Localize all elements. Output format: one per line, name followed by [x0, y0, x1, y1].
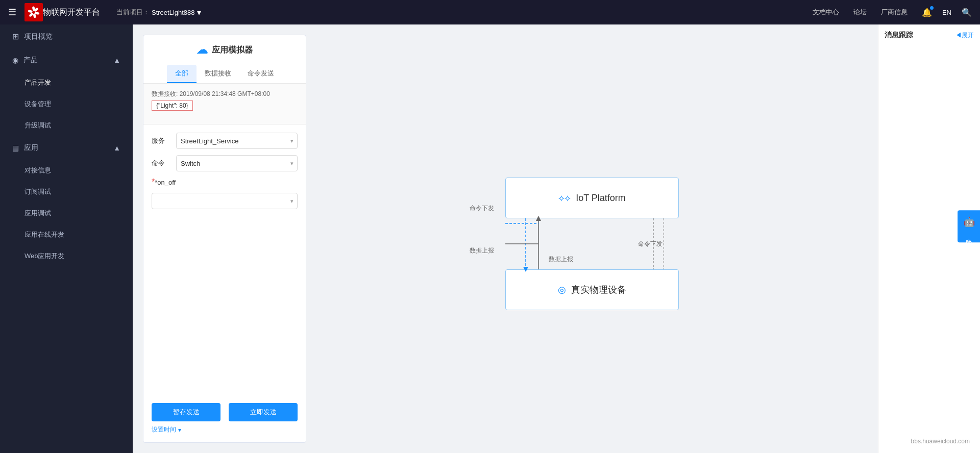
diagram-area: ⟡⟡ IoT Platform ◎ 真实物理设备 — [306, 24, 878, 453]
chevron-down-icon: ▾ — [178, 426, 181, 434]
sidebar-label-app: 应用 — [24, 143, 38, 153]
immediate-send-button[interactable]: 立即发送 — [229, 403, 298, 421]
trace-expand-button[interactable]: ◀展开 — [955, 31, 974, 40]
svg-rect-0 — [24, 3, 43, 21]
service-select[interactable]: StreetLight_Service — [176, 133, 298, 149]
command-label: 命令 — [152, 159, 172, 168]
top-nav: ☰ 物联网开发平台 当前项目： StreetLight888 ▾ 文档中心 论坛… — [0, 0, 980, 24]
project-name: StreetLight888 — [152, 9, 195, 16]
service-label: 服务 — [152, 136, 172, 145]
on-off-select[interactable] — [152, 193, 298, 209]
sidebar-item-web-app-dev[interactable]: Web应用开发 — [0, 245, 133, 267]
logo-text: 物联网开发平台 — [43, 7, 100, 18]
log-data-value: {"Light": 80} — [152, 100, 193, 111]
main-layout: ⊞ 项目概览 ◉ 产品 ▲ 产品开发 设备管理 升级调试 ▦ 应用 ▲ 对接信息… — [0, 24, 980, 453]
command-select-wrapper: Switch — [176, 155, 298, 171]
sidebar-item-connection-info[interactable]: 对接信息 — [0, 160, 133, 181]
sidebar-item-app-debug[interactable]: 应用调试 — [0, 203, 133, 224]
bell-icon[interactable]: 🔔 — [922, 8, 932, 17]
field-label: **on_off — [152, 178, 298, 187]
tab-all[interactable]: 全部 — [167, 65, 197, 83]
data-up-label-right: 数据上报 — [549, 255, 573, 264]
lang-switch[interactable]: EN — [942, 9, 951, 16]
sidebar: ⊞ 项目概览 ◉ 产品 ▲ 产品开发 设备管理 升级调试 ▦ 应用 ▲ 对接信息… — [0, 24, 133, 453]
nav-forum[interactable]: 论坛 — [853, 8, 867, 17]
nav-icons: 🔔 EN 🔍 — [922, 8, 972, 17]
sidebar-label-product: 产品 — [23, 56, 38, 65]
sidebar-label-web-app-dev: Web应用开发 — [24, 252, 65, 260]
command-select[interactable]: Switch — [176, 155, 298, 171]
sidebar-label-upgrade-debug: 升级调试 — [24, 121, 51, 129]
real-device-box: ◎ 真实物理设备 — [505, 269, 679, 310]
assistant-button[interactable]: 🤖 小助手 — [958, 210, 980, 242]
sidebar-item-device-mgmt[interactable]: 设备管理 — [0, 93, 133, 115]
logo-area: 物联网开发平台 — [24, 3, 100, 21]
simulator-log: 数据接收: 2019/09/08 21:34:48 GMT+08:00 {"Li… — [143, 84, 306, 124]
project-label: 当前项目： — [116, 8, 150, 17]
product-arrow-icon: ▲ — [113, 56, 120, 64]
field-name: *on_off — [155, 179, 176, 186]
save-send-button[interactable]: 暂存发送 — [152, 403, 220, 421]
nav-vendor[interactable]: 厂商信息 — [881, 8, 908, 17]
tab-command-send[interactable]: 命令发送 — [239, 65, 282, 83]
community-footer: bbs.huaweicloud.com — [911, 438, 970, 445]
simulator-tabs: 全部 数据接收 命令发送 — [143, 65, 306, 84]
app-arrow-icon: ▲ — [113, 144, 120, 152]
iot-icon: ⟡⟡ — [558, 193, 571, 204]
sidebar-label-project-overview: 项目概览 — [24, 32, 53, 41]
diagram-container: ⟡⟡ IoT Platform ◎ 真实物理设备 — [464, 157, 720, 320]
on-off-row — [152, 193, 298, 209]
search-icon[interactable]: 🔍 — [962, 8, 972, 17]
project-dropdown-icon[interactable]: ▾ — [197, 8, 201, 17]
sidebar-item-upgrade-debug[interactable]: 升级调试 — [0, 115, 133, 136]
device-icon: ◎ — [558, 284, 566, 295]
simulator-title: 应用模拟器 — [212, 45, 253, 56]
app-icon: ▦ — [12, 144, 19, 152]
iot-platform-label: IoT Platform — [576, 193, 626, 204]
menu-icon[interactable]: ☰ — [8, 7, 16, 18]
sidebar-item-project-overview[interactable]: ⊞ 项目概览 — [0, 24, 133, 48]
notification-dot — [930, 6, 934, 10]
sidebar-item-app-online-dev[interactable]: 应用在线开发 — [0, 224, 133, 245]
service-row: 服务 StreetLight_Service — [152, 133, 298, 149]
community-url: bbs.huaweicloud.com — [911, 438, 970, 445]
log-timestamp: 数据接收: 2019/09/08 21:34:48 GMT+08:00 — [152, 90, 298, 98]
assistant-label: 小助手 — [965, 234, 972, 237]
data-up-label-left: 数据上报 — [470, 246, 494, 255]
simulator-buttons: 暂存发送 立即发送 — [143, 403, 306, 425]
sidebar-label-connection-info: 对接信息 — [24, 166, 51, 174]
cmd-down-label-top: 命令下发 — [470, 204, 494, 213]
simulator-form: 服务 StreetLight_Service 命令 Switch — [143, 124, 306, 403]
sidebar-label-subscription-debug: 订阅调试 — [24, 188, 51, 195]
set-time[interactable]: 设置时间 ▾ — [143, 425, 306, 442]
real-device-label: 真实物理设备 — [571, 284, 626, 296]
cloud-icon: ☁ — [197, 43, 208, 57]
trace-header: 消息跟踪 ◀展开 — [885, 31, 974, 40]
sidebar-label-product-dev: 产品开发 — [24, 79, 51, 86]
simulator-header: ☁ 应用模拟器 — [143, 35, 306, 65]
sidebar-label-device-mgmt: 设备管理 — [24, 100, 51, 108]
iot-platform-box: ⟡⟡ IoT Platform — [505, 178, 679, 218]
sidebar-category-app[interactable]: ▦ 应用 ▲ — [0, 136, 133, 160]
on-off-select-wrapper — [152, 193, 298, 209]
tab-data-receive[interactable]: 数据接收 — [197, 65, 239, 83]
nav-docs[interactable]: 文档中心 — [813, 8, 839, 17]
product-icon: ◉ — [12, 56, 18, 64]
grid-icon: ⊞ — [12, 32, 19, 41]
service-select-wrapper: StreetLight_Service — [176, 133, 298, 149]
sidebar-item-product-dev[interactable]: 产品开发 — [0, 72, 133, 93]
sidebar-item-subscription-debug[interactable]: 订阅调试 — [0, 181, 133, 203]
command-row: 命令 Switch — [152, 155, 298, 171]
trace-title: 消息跟踪 — [885, 31, 913, 40]
nav-links: 文档中心 论坛 厂商信息 — [813, 8, 908, 17]
huawei-logo — [24, 3, 43, 21]
cmd-down-label-right: 命令下发 — [638, 240, 663, 248]
simulator-panel: ☁ 应用模拟器 全部 数据接收 命令发送 数据接收: 2019/09/08 21… — [143, 35, 306, 443]
assistant-icon: 🤖 — [964, 216, 974, 229]
sidebar-category-product[interactable]: ◉ 产品 ▲ — [0, 48, 133, 72]
sidebar-label-app-online-dev: 应用在线开发 — [24, 231, 64, 238]
sidebar-label-app-debug: 应用调试 — [24, 209, 51, 217]
content-area: ☁ 应用模拟器 全部 数据接收 命令发送 数据接收: 2019/09/08 21… — [133, 24, 980, 453]
